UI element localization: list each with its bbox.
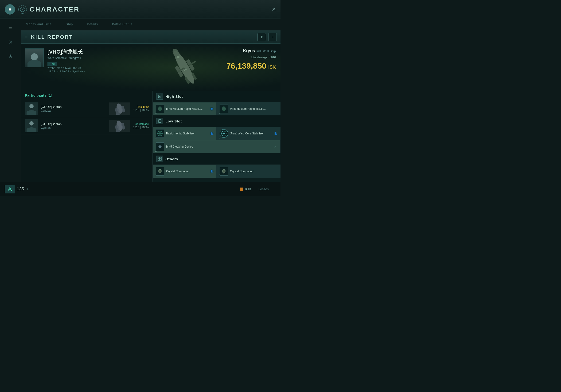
tab-details[interactable]: Details xyxy=(87,22,98,27)
menu-button[interactable]: ≡ xyxy=(5,4,15,15)
victim-name: [VHG]海龙舰长 xyxy=(47,48,85,55)
victim-warp-scramble: Warp Scramble Strength: 1 xyxy=(47,56,85,60)
svg-rect-34 xyxy=(160,159,162,161)
item-icon-missile-2 xyxy=(220,105,228,113)
item-icon-crystal-1 xyxy=(156,167,164,175)
svg-rect-21 xyxy=(159,109,161,111)
svg-point-1 xyxy=(22,8,23,9)
ship-stats: Kryos Industrial Ship Total damage: 5616… xyxy=(227,48,276,70)
tabs-row: Money and Time Ship Details Battle Statu… xyxy=(21,19,280,31)
losses-tab-label[interactable]: Losses xyxy=(259,187,269,191)
left-sidebar: ≡ ✕ ★ xyxy=(0,19,21,196)
svg-point-23 xyxy=(223,107,225,108)
top-close-button[interactable]: × xyxy=(272,6,276,13)
kills-tab-label[interactable]: Kills xyxy=(245,187,251,191)
high-slot-items: MK5 Medium Rapid Missile... 👤 1 xyxy=(153,102,280,115)
participant-info-2: [GOOP]Badran Cynabal xyxy=(41,122,106,130)
table-row: [GOOP]Badran Cynabal xyxy=(21,100,152,117)
participant-name-2: [GOOP]Badran xyxy=(41,122,106,126)
others-header: Others xyxy=(153,153,280,165)
participant-numbers-1: 5616 | 100% xyxy=(133,109,149,112)
kill-report-title: KILL REPORT xyxy=(31,34,73,40)
kill-report-menu-icon[interactable]: ≡ xyxy=(25,34,28,40)
participant-numbers-2: 5616 | 100% xyxy=(133,126,149,129)
victim-section: [VHG]海龙舰长 Warp Scramble Strength: 1 1 Ki… xyxy=(21,44,280,91)
others-items: Crystal Compound 👤 1 Crystal xyxy=(153,165,280,178)
kill-report-close-button[interactable]: × xyxy=(268,33,277,41)
participants-panel: Participants [1] [GOOP]Badran Cynabal xyxy=(21,91,153,182)
final-blow-label: Final Blow xyxy=(133,105,149,108)
item-icon-stabilizer-1 xyxy=(156,129,164,138)
item-qty-2: 1 xyxy=(219,112,221,114)
item-person-icon-3: 👤 xyxy=(210,132,214,135)
victim-timestamp: 2021/01/31 17:44:42 UTC +3 xyxy=(47,67,85,70)
item-icon-cloaking xyxy=(156,142,164,151)
table-row: [GOOP]Badran Cynabal xyxy=(21,117,152,134)
participant-stats-2: Top Damage 5616 | 100% xyxy=(133,122,149,129)
total-damage-value: 5616 xyxy=(270,56,276,59)
ship-display xyxy=(154,44,215,91)
kill-report-actions: ⬆ × xyxy=(258,33,277,41)
svg-point-30 xyxy=(159,145,161,148)
sidebar-close-icon[interactable]: ✕ xyxy=(6,38,15,47)
victim-avatar xyxy=(25,48,44,67)
svg-rect-31 xyxy=(158,157,160,159)
item-name-missile-1: MK5 Medium Rapid Missile... xyxy=(166,107,208,110)
sidebar-menu-icon[interactable]: ≡ xyxy=(6,23,15,33)
item-icon-warp-stabilizer xyxy=(220,129,228,138)
svg-rect-32 xyxy=(160,157,162,159)
tab-money-and-time[interactable]: Money and Time xyxy=(26,22,52,27)
kill-report-header: ≡ KILL REPORT ⬆ × xyxy=(21,31,280,44)
bottom-section: Participants [1] [GOOP]Badran Cynabal xyxy=(21,91,280,182)
item-close-button[interactable]: × xyxy=(273,144,278,149)
participant-name-1: [GOOP]Badran xyxy=(41,105,106,109)
others-icon xyxy=(156,156,163,162)
item-name-stabilizer-1: Basic Inertial Stabilizer xyxy=(166,132,208,135)
item-icon-crystal-2 xyxy=(220,167,228,175)
item-icon-missile-1 xyxy=(156,105,164,113)
low-slot-items: Basic Inertial Stabilizer 👤 1 xyxy=(153,127,280,153)
footer-count: 135 xyxy=(17,187,24,192)
participant-info-1: [GOOP]Badran Cynabal xyxy=(41,105,106,112)
footer-kills-icon-button[interactable] xyxy=(5,185,15,193)
participant-ship-1: Cynabal xyxy=(41,109,106,112)
victim-kill-badge: 1 Kill xyxy=(47,62,57,66)
participant-ship-2: Cynabal xyxy=(41,126,106,130)
item-person-icon-5: 👤 xyxy=(210,169,214,173)
victim-details: [VHG]海龙舰长 Warp Scramble Strength: 1 1 Ki… xyxy=(47,48,85,73)
item-qty-5: 1 xyxy=(155,150,157,152)
low-slot-icon xyxy=(156,118,163,124)
item-name-crystal-1: Crystal Compound xyxy=(166,170,208,173)
kill-report-body: [VHG]海龙舰长 Warp Scramble Strength: 1 1 Ki… xyxy=(21,44,280,182)
isk-value: 76,139,850 xyxy=(227,61,266,70)
item-qty-4: 1 xyxy=(219,136,221,139)
participant-ship-img-1 xyxy=(109,102,130,115)
item-person-icon-4: 👤 xyxy=(274,132,278,135)
list-item: MK5 Medium Rapid Missile... 👤 1 xyxy=(153,102,216,115)
item-qty-6: 1 xyxy=(155,174,157,177)
sidebar-star-icon[interactable]: ★ xyxy=(6,52,15,61)
high-slot-title: High Slot xyxy=(165,95,183,98)
hamburger-icon: ≡ xyxy=(9,7,11,12)
svg-rect-24 xyxy=(223,109,225,111)
export-icon: ⬆ xyxy=(260,35,263,39)
item-qty-7: 1 xyxy=(219,174,221,177)
tab-ship[interactable]: Ship xyxy=(66,22,73,27)
list-item: MK5 Cloaking Device × 1 xyxy=(153,140,280,153)
item-name-missile-2: MK5 Medium Rapid Missile... xyxy=(230,107,278,110)
participant-avatar-1 xyxy=(25,102,38,115)
list-item: Crystal Compound 👤 1 xyxy=(153,165,216,178)
tab-battle-status[interactable]: Battle Status xyxy=(112,22,132,27)
footer-plus-button[interactable]: + xyxy=(26,186,29,192)
isk-unit: ISK xyxy=(268,64,276,70)
low-slot-title: Low Slot xyxy=(165,119,182,123)
top-bar: ≡ CHARACTER × xyxy=(0,0,280,19)
list-item: Crystal Compound 1 xyxy=(216,165,280,178)
item-qty-1: 1 xyxy=(155,112,157,114)
character-icon xyxy=(18,5,27,14)
kills-color-indicator xyxy=(240,187,243,191)
victim-info: [VHG]海龙舰长 Warp Scramble Strength: 1 1 Ki… xyxy=(25,48,85,73)
victim-location: M2-CF1 < 2-M6DE < Syndicate · xyxy=(47,70,85,73)
svg-rect-33 xyxy=(158,159,160,161)
kill-report-export-button[interactable]: ⬆ xyxy=(258,33,266,41)
